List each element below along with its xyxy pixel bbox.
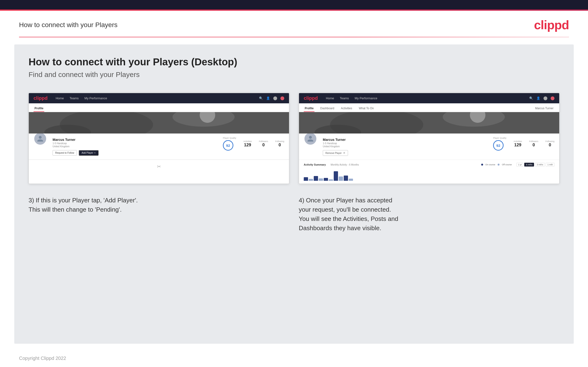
header-divider xyxy=(19,37,569,37)
mock-nav-right: clippd Home Teams My Performance 🔍 👤 xyxy=(299,93,559,103)
main-content: How to connect with your Players (Deskto… xyxy=(14,44,574,344)
activities-label-left: Activities xyxy=(243,140,252,142)
stat-followers-left: Followers 0 xyxy=(259,140,268,148)
settings-icon-left[interactable] xyxy=(273,96,277,100)
legend-on-dot xyxy=(481,164,483,166)
nav-home-left[interactable]: Home xyxy=(56,96,64,100)
player-handicap-left: 1-5 Handicap xyxy=(52,142,217,145)
top-bar xyxy=(0,0,588,9)
add-player-button[interactable]: Add Player + xyxy=(79,150,98,156)
activity-legend-right: On course Off course xyxy=(481,163,512,166)
description-text-right: 4) Once your Player has acceptedyour req… xyxy=(299,196,560,233)
quality-label-right: Player Quality xyxy=(493,137,506,139)
player-location-right: United Kingdom xyxy=(323,145,487,148)
filter-3mths[interactable]: 3 mths xyxy=(535,163,545,167)
user-icon-left[interactable]: 👤 xyxy=(266,96,270,100)
nav-logo-left: clippd xyxy=(34,95,48,101)
legend-on-label: On course xyxy=(485,163,495,166)
tab-profile-left[interactable]: Profile xyxy=(34,105,44,112)
section-title: How to connect with your Players (Deskto… xyxy=(28,56,560,68)
description-text-left: 3) If this is your Player tap, 'Add Play… xyxy=(28,196,289,214)
activity-subtitle-right: Monthly Activity - 6 Months xyxy=(331,163,359,166)
mock-nav-left: clippd Home Teams My Performance 🔍 👤 xyxy=(29,93,289,103)
legend-off-label: Off course xyxy=(502,163,512,166)
player-stats-right: Player Quality 92 Activities 129 Followe… xyxy=(493,137,554,150)
description-block-right: 4) Once your Player has acceptedyour req… xyxy=(299,196,560,233)
player-name-right: Marcus Turner xyxy=(323,138,487,142)
mock-tabs-right: Profile Dashboard Activities What To On … xyxy=(299,103,559,112)
bar-9 xyxy=(344,175,348,181)
search-icon-right[interactable]: 🔍 xyxy=(529,96,533,100)
activity-section-right: Activity Summary Monthly Activity - 6 Mo… xyxy=(299,160,559,184)
request-follow-button[interactable]: Request to Follow xyxy=(52,150,77,156)
remove-player-label: Remove Player xyxy=(325,152,342,154)
search-icon-left[interactable]: 🔍 xyxy=(259,96,263,100)
mock-tabs-left: Profile xyxy=(29,103,289,112)
activity-chart-right xyxy=(304,169,554,181)
followers-label-right: Followers xyxy=(529,140,538,142)
player-handicap-right: 1-5 Handicap xyxy=(323,142,487,145)
banner-left xyxy=(29,112,289,133)
tab-what-to-on-right[interactable]: What To On xyxy=(358,105,375,112)
bar-6 xyxy=(329,179,333,181)
bar-8 xyxy=(339,176,343,181)
followers-label-left: Followers xyxy=(259,140,268,142)
player-location-left: United Kingdom xyxy=(52,145,217,148)
tab-profile-right[interactable]: Profile xyxy=(304,105,314,112)
description-row: 3) If this is your Player tap, 'Add Play… xyxy=(28,196,560,233)
avatar-icon-left[interactable] xyxy=(280,96,284,100)
nav-home-right[interactable]: Home xyxy=(326,96,334,100)
bar-10 xyxy=(349,179,353,181)
user-icon-right[interactable]: 👤 xyxy=(536,96,540,100)
avatar-icon-right[interactable] xyxy=(551,96,554,100)
bar-5 xyxy=(324,178,328,181)
nav-performance-left[interactable]: My Performance xyxy=(85,96,107,100)
remove-x-icon: ✕ xyxy=(343,151,345,155)
bar-4 xyxy=(319,178,323,181)
stat-following-left: Following 0 xyxy=(275,140,284,148)
avatar-left xyxy=(34,132,47,145)
followers-value-left: 0 xyxy=(259,142,268,148)
page-footer: Copyright Clippd 2022 xyxy=(0,351,588,366)
bar-2 xyxy=(309,179,313,181)
quality-label-left: Player Quality xyxy=(223,137,236,139)
profile-section-left: Marcus Turner 1-5 Handicap United Kingdo… xyxy=(29,133,289,160)
tab-player-name-right: Marcus Turner xyxy=(534,105,554,112)
nav-performance-right[interactable]: My Performance xyxy=(355,96,377,100)
activities-value-left: 129 xyxy=(243,142,252,148)
nav-teams-left[interactable]: Teams xyxy=(70,96,79,100)
banner-svg-left xyxy=(29,112,289,133)
avatar-icon-svg-right xyxy=(307,135,314,142)
bar-3 xyxy=(314,176,318,181)
filter-6mths[interactable]: 6 mths xyxy=(524,163,534,167)
scissors-icon-left: ✂ xyxy=(157,164,161,169)
bar-1 xyxy=(304,177,308,181)
followers-value-right: 0 xyxy=(529,142,538,148)
profile-buttons-left: Request to Follow Add Player + xyxy=(52,150,217,156)
activity-title-right: Activity Summary xyxy=(304,163,326,166)
breadcrumb: How to connect with your Players xyxy=(19,21,118,29)
page-header: How to connect with your Players clippd xyxy=(0,11,588,37)
add-player-label: Add Player xyxy=(82,151,93,154)
nav-teams-right[interactable]: Teams xyxy=(340,96,349,100)
remove-player-button[interactable]: Remove Player ✕ xyxy=(323,150,348,156)
section-subtitle: Find and connect with your Players xyxy=(28,71,560,79)
filter-1mth[interactable]: 1 mth xyxy=(546,163,554,167)
activities-value-right: 129 xyxy=(514,142,522,148)
clippd-logo: clippd xyxy=(534,18,569,32)
footer-area-left: ✂ xyxy=(29,160,289,173)
settings-icon-right[interactable] xyxy=(544,96,547,100)
filter-1yr[interactable]: 1 yr xyxy=(516,163,523,167)
nav-logo-right: clippd xyxy=(304,95,318,101)
following-value-right: 0 xyxy=(545,142,554,148)
screenshot-left: clippd Home Teams My Performance 🔍 👤 Pro… xyxy=(28,93,289,184)
tab-activities-right[interactable]: Activities xyxy=(340,105,353,112)
activities-label-right: Activities xyxy=(514,140,522,142)
legend-off-dot xyxy=(498,164,500,166)
description-block-left: 3) If this is your Player tap, 'Add Play… xyxy=(28,196,289,233)
tab-dashboard-right[interactable]: Dashboard xyxy=(319,105,335,112)
nav-icons-right: 🔍 👤 xyxy=(529,96,554,100)
stat-followers-right: Followers 0 xyxy=(529,140,538,148)
activity-header-right: Activity Summary Monthly Activity - 6 Mo… xyxy=(304,163,554,167)
screenshot-right: clippd Home Teams My Performance 🔍 👤 Pro… xyxy=(299,93,560,184)
